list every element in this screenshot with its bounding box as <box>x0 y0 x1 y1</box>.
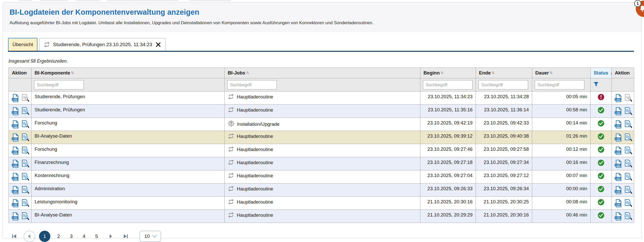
log-file-icon[interactable]: LOG <box>11 160 19 170</box>
document-magnifier-icon[interactable] <box>21 94 29 104</box>
log-file-icon[interactable]: LOG <box>11 199 19 209</box>
table-row[interactable]: LOGFinanzrechnungHauptladeroutine23.10.2… <box>9 157 634 170</box>
column-header-aktion: Aktion <box>612 68 634 78</box>
document-magnifier-icon[interactable] <box>624 146 632 156</box>
log-file-icon[interactable]: LOG <box>614 199 622 209</box>
tab-studierende-pruefungen[interactable]: Studierende, Prüfungen 23.10.2025, 11:34… <box>39 38 166 51</box>
table-row[interactable]: LOGForschungInstallation/Upgrade23.10.20… <box>9 118 634 131</box>
log-file-icon[interactable]: LOG <box>11 133 19 143</box>
log-file-icon[interactable]: LOG <box>11 212 19 222</box>
menu-underline-segment <box>108 0 178 1</box>
document-magnifier-icon[interactable] <box>21 146 29 156</box>
page-button[interactable]: 2 <box>54 231 63 242</box>
tab-bar: Übersicht Studierende, Prüfungen 23.10.2… <box>8 38 634 52</box>
log-file-icon[interactable]: LOG <box>614 120 622 130</box>
document-magnifier-icon[interactable] <box>624 133 632 143</box>
table-row[interactable]: LOGLeistungsmonitoringHauptladeroutine21… <box>9 197 634 210</box>
document-magnifier-icon[interactable] <box>21 173 29 182</box>
svg-text:LOG: LOG <box>616 138 621 140</box>
first-page-button[interactable] <box>9 231 20 242</box>
funnel-icon[interactable] <box>593 83 599 88</box>
page-button[interactable]: 5 <box>92 231 101 242</box>
log-file-icon[interactable]: LOG <box>614 212 622 222</box>
table-row[interactable]: LOGBI-Analyse-DatenHauptladeroutine21.10… <box>9 210 634 223</box>
log-file-icon[interactable]: LOG <box>11 186 19 196</box>
filter-input-bi-jobs[interactable] <box>227 80 277 89</box>
log-file-icon[interactable]: LOG <box>614 173 622 183</box>
document-magnifier-icon[interactable] <box>21 107 29 117</box>
last-page-button[interactable] <box>120 231 131 242</box>
column-header-status[interactable]: Status↓ <box>591 68 612 78</box>
document-magnifier-icon[interactable] <box>21 212 29 222</box>
document-magnifier-icon[interactable] <box>21 199 29 209</box>
document-magnifier-icon[interactable] <box>21 133 29 143</box>
svg-text:LOG: LOG <box>13 151 18 153</box>
dauer-cell: 00:16 min <box>532 157 591 170</box>
page-button[interactable]: 4 <box>80 231 88 242</box>
page-button-current[interactable]: 1 <box>39 231 50 242</box>
document-magnifier-icon[interactable] <box>624 199 632 209</box>
log-file-icon[interactable]: LOG <box>614 133 622 143</box>
tab-label: Übersicht <box>12 42 33 47</box>
document-magnifier-icon[interactable] <box>624 107 632 117</box>
document-magnifier-icon[interactable] <box>21 120 29 130</box>
log-file-icon[interactable]: LOG <box>11 94 19 104</box>
document-magnifier-icon[interactable] <box>624 120 632 130</box>
dauer-cell: 00:46 min <box>532 210 591 223</box>
beginn-cell: 21.10.2025, 20:30:16 <box>420 197 476 210</box>
table-row[interactable]: LOGBI-Analyse-DatenHauptladeroutine23.10… <box>9 131 634 144</box>
document-magnifier-icon[interactable] <box>624 212 632 222</box>
error-circle-icon <box>598 96 604 102</box>
log-file-icon[interactable]: LOG <box>11 146 19 156</box>
svg-text:LOG: LOG <box>13 124 18 127</box>
page-subtitle: Auflistung ausgeführter BI-Jobs mit Logd… <box>10 20 634 26</box>
column-header-dauer[interactable]: Dauer↑↓ <box>532 68 591 78</box>
log-file-icon[interactable]: LOG <box>614 94 622 104</box>
svg-text:LOG: LOG <box>616 190 621 193</box>
component-cell: Leistungsmonitoring <box>32 197 225 210</box>
beginn-cell: 23.10.2025, 09:27:46 <box>420 144 476 157</box>
svg-text:LOG: LOG <box>13 177 18 180</box>
filter-input-ende[interactable] <box>478 80 528 89</box>
log-file-icon[interactable]: LOG <box>614 107 622 117</box>
swap-arrows-icon <box>228 94 234 101</box>
component-cell: Finanzrechnung <box>32 157 225 170</box>
filter-input-dauer[interactable] <box>535 80 584 89</box>
document-magnifier-icon[interactable] <box>21 186 29 196</box>
close-icon[interactable] <box>155 42 161 47</box>
log-file-icon[interactable]: LOG <box>614 160 622 170</box>
column-header-bi-jobs[interactable]: BI-Jobs↑↓ <box>225 68 420 78</box>
previous-page-button[interactable] <box>24 231 35 242</box>
tab-uebersicht[interactable]: Übersicht <box>8 38 37 51</box>
swap-arrows-icon <box>228 133 234 140</box>
document-magnifier-icon[interactable] <box>624 160 632 169</box>
next-page-button[interactable] <box>105 231 116 242</box>
log-file-icon[interactable]: LOG <box>11 120 19 130</box>
table-row[interactable]: LOGAdministrationHauptladeroutine23.10.2… <box>9 183 634 197</box>
table-row[interactable]: LOGKostenrechnungHauptladeroutine23.10.2… <box>9 170 634 183</box>
page-header: BI-Logdateien der Komponentenverwaltung … <box>3 2 641 32</box>
beginn-cell: 23.10.2025, 09:27:04 <box>420 170 476 183</box>
document-magnifier-icon[interactable] <box>624 173 632 182</box>
log-file-icon[interactable]: LOG <box>614 146 622 156</box>
table-row[interactable]: LOGForschungHauptladeroutine23.10.2025, … <box>9 144 634 157</box>
log-file-icon[interactable]: LOG <box>11 173 19 183</box>
document-magnifier-icon[interactable] <box>21 160 29 169</box>
page-size-select[interactable]: 10 <box>139 231 161 242</box>
log-file-icon[interactable]: LOG <box>11 107 19 117</box>
filter-input-beginn[interactable] <box>423 80 473 89</box>
check-circle-icon <box>598 188 604 194</box>
filter-row <box>9 78 634 91</box>
column-header-bi-komponente[interactable]: BI-Komponente↑↓ <box>32 68 225 78</box>
table-row[interactable]: LOGStudierende, PrüfungenHauptladeroutin… <box>9 91 634 105</box>
column-header-ende[interactable]: Ende↑↓ <box>476 68 532 78</box>
column-header-beginn[interactable]: Beginn↑↓ <box>420 68 476 78</box>
page-button[interactable]: 3 <box>67 231 76 242</box>
check-circle-icon <box>598 175 604 180</box>
beginn-cell: 23.10.2025, 11:34:23 <box>420 91 476 105</box>
document-magnifier-icon[interactable] <box>624 186 632 196</box>
document-magnifier-icon[interactable] <box>624 94 632 104</box>
table-row[interactable]: LOGStudierende, PrüfungenHauptladeroutin… <box>9 105 634 118</box>
filter-input-bi-komponente[interactable] <box>34 80 84 89</box>
log-file-icon[interactable]: LOG <box>614 186 622 196</box>
